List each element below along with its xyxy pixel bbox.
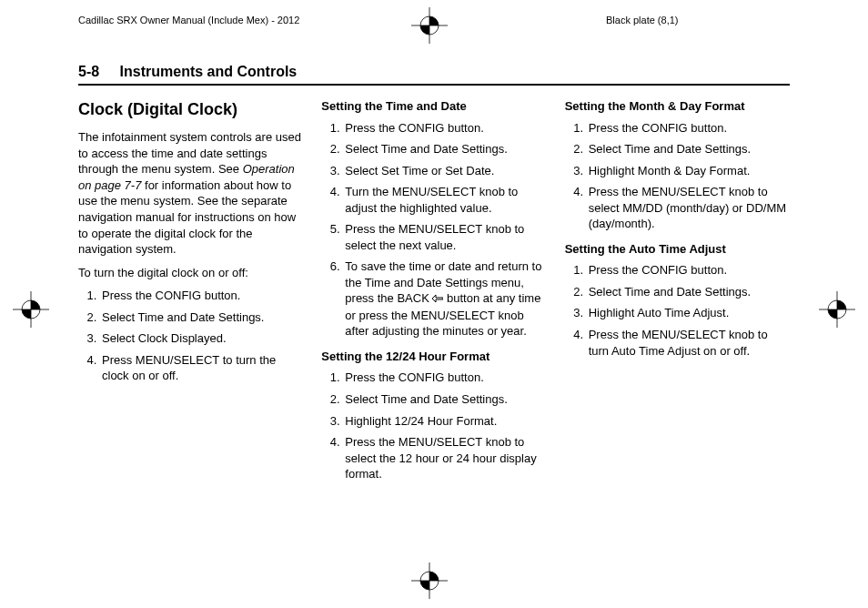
- list-item: Select Time and Date Settings.: [100, 309, 303, 326]
- registration-mark-top: [411, 7, 448, 44]
- list-item: Select Set Time or Set Date.: [343, 163, 546, 179]
- list-item: Press the CONFIG button.: [587, 262, 790, 279]
- heading-auto-time: Setting the Auto Time Adjust: [565, 241, 790, 258]
- list-item: Select Time and Date Settings.: [587, 284, 790, 300]
- list-item: To save the time or date and return to t…: [343, 258, 546, 339]
- list-item: Turn the MENU/SELECT knob to adjust the …: [343, 184, 546, 216]
- hr-format-steps: Press the CONFIG button. Select Time and…: [321, 370, 546, 481]
- list-item: Press the MENU/SELECT knob to turn Auto …: [587, 327, 790, 359]
- auto-time-steps: Press the CONFIG button. Select Time and…: [565, 262, 790, 359]
- list-item: Highlight Auto Time Adjust.: [587, 305, 790, 321]
- registration-mark-left: [13, 291, 49, 328]
- column-3: Setting the Month & Day Format Press the…: [565, 98, 790, 491]
- clock-toggle-steps: Press the CONFIG button. Select Time and…: [78, 288, 303, 384]
- clock-toggle-lead: To turn the digital clock on or off:: [78, 265, 303, 281]
- list-item: Press MENU/SELECT to turn the clock on o…: [100, 352, 303, 384]
- list-item: Select Time and Date Settings.: [587, 141, 790, 157]
- list-item: Select Time and Date Settings.: [343, 391, 546, 408]
- heading-time-date: Setting the Time and Date: [321, 98, 546, 115]
- column-2: Setting the Time and Date Press the CONF…: [321, 98, 546, 491]
- plate-label: Black plate (8,1): [606, 15, 678, 25]
- list-item: Highlight 12/24 Hour Format.: [343, 413, 546, 430]
- clock-heading: Clock (Digital Clock): [78, 98, 303, 120]
- time-date-steps: Press the CONFIG button. Select Time and…: [321, 120, 546, 339]
- section-header: 5-8 Instruments and Controls: [78, 64, 790, 86]
- list-item: Press the CONFIG button.: [343, 370, 546, 386]
- list-item: Select Clock Displayed.: [100, 330, 303, 347]
- list-item: Press the CONFIG button.: [343, 120, 546, 137]
- section-title: Instruments and Controls: [120, 64, 298, 79]
- list-item: Select Time and Date Settings.: [343, 141, 546, 157]
- clock-intro: The infotainment system controls are use…: [78, 129, 303, 257]
- list-item: Press the MENU/SELECT knob to select the…: [343, 221, 546, 253]
- content-area: 5-8 Instruments and Controls Clock (Digi…: [78, 64, 790, 584]
- back-arrow-icon: [432, 291, 443, 308]
- list-item: Press the CONFIG button.: [100, 288, 303, 304]
- page: Cadillac SRX Owner Manual (Include Mex) …: [0, 0, 868, 608]
- heading-month-day: Setting the Month & Day Format: [565, 98, 790, 115]
- column-1: Clock (Digital Clock) The infotainment s…: [78, 98, 303, 491]
- list-item: Highlight Month & Day Format.: [587, 163, 790, 179]
- registration-mark-right: [819, 291, 855, 328]
- list-item: Press the CONFIG button.: [587, 120, 790, 137]
- list-item: Press the MENU/SELECT knob to select the…: [343, 434, 546, 482]
- columns: Clock (Digital Clock) The infotainment s…: [78, 98, 790, 491]
- month-day-steps: Press the CONFIG button. Select Time and…: [565, 120, 790, 232]
- doc-title: Cadillac SRX Owner Manual (Include Mex) …: [78, 15, 299, 25]
- list-item: Press the MENU/SELECT knob to select MM/…: [587, 184, 790, 232]
- heading-12-24: Setting the 12/24 Hour Format: [321, 349, 546, 365]
- section-number: 5-8: [78, 64, 99, 79]
